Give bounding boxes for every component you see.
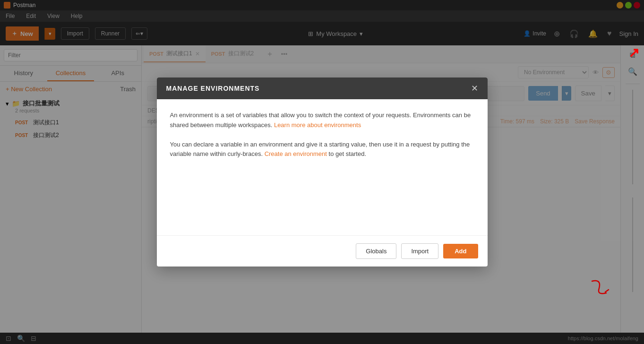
modal-para-1: An environment is a set of variables tha… (170, 111, 474, 130)
modal-text-2-suffix: to get started. (329, 150, 367, 157)
modal-header: MANAGE ENVIRONMENTS ✕ (157, 77, 488, 99)
modal-overlay: MANAGE ENVIRONMENTS ✕ An environment is … (0, 0, 644, 344)
globals-button[interactable]: Globals (356, 243, 396, 259)
svg-line-0 (605, 290, 609, 292)
create-environment-link[interactable]: Create an environment (265, 150, 327, 157)
modal-title: MANAGE ENVIRONMENTS (166, 85, 260, 92)
add-button[interactable]: Add (443, 244, 478, 258)
modal-body: An environment is a set of variables tha… (157, 99, 488, 235)
modal-para-2: You can declare a variable in an environ… (170, 140, 474, 160)
modal-close-button[interactable]: ✕ (471, 84, 478, 93)
manage-environments-modal: MANAGE ENVIRONMENTS ✕ An environment is … (157, 77, 488, 267)
scribble-annotation (587, 276, 616, 301)
import-modal-button[interactable]: Import (401, 243, 438, 259)
learn-more-link[interactable]: Learn more about environments (274, 121, 361, 129)
modal-footer: Globals Import Add (157, 235, 488, 267)
